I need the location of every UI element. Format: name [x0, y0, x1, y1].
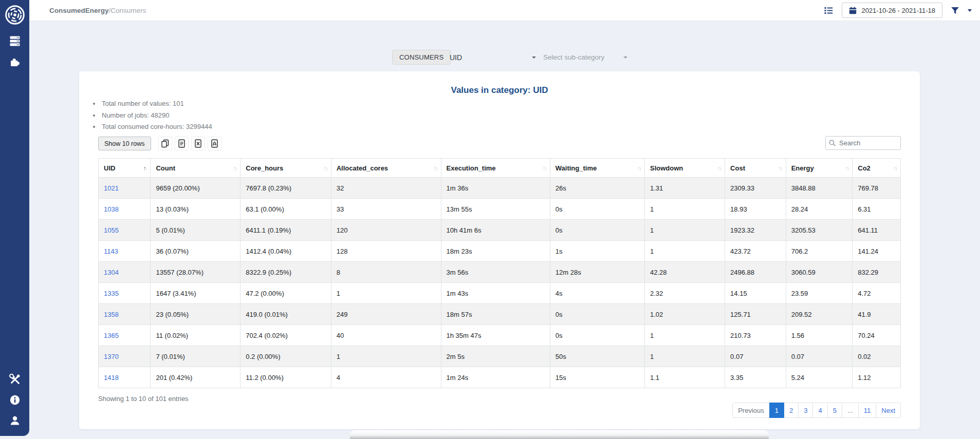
cell-cost: 18.93 — [725, 199, 786, 220]
cell-co2: 832.29 — [853, 262, 901, 283]
cell-allocated-cores: 249 — [331, 304, 441, 325]
list-icon[interactable] — [824, 6, 834, 15]
breadcrumb: ConsumedEnergy/Consumers — [49, 7, 146, 14]
chevron-down-icon[interactable] — [968, 9, 972, 12]
export-csv-button[interactable] — [175, 137, 189, 150]
column-header-energy[interactable]: Energy↑↓ — [786, 159, 853, 178]
copy-button[interactable] — [158, 137, 172, 150]
sidebar-item-servers[interactable] — [0, 31, 29, 51]
uid-link[interactable]: 1365 — [104, 332, 119, 339]
export-excel-button[interactable] — [191, 137, 205, 150]
uid-link[interactable]: 1370 — [104, 353, 119, 360]
uid-link[interactable]: 1021 — [104, 184, 119, 192]
uid-link[interactable]: 1055 — [104, 226, 119, 234]
cell-execution-time: 1h 35m 47s — [441, 325, 550, 346]
cell-uid: 1370 — [99, 346, 151, 367]
pagination-page-2[interactable]: 2 — [784, 403, 799, 418]
cell-cost: 423.72 — [725, 241, 786, 262]
column-header-cost[interactable]: Cost↑↓ — [725, 159, 786, 178]
pagination-page-5[interactable]: 5 — [827, 403, 842, 418]
cell-allocated-cores: 120 — [331, 220, 441, 241]
sidebar-item-user[interactable] — [0, 410, 29, 431]
chevron-down-icon — [623, 56, 627, 59]
cell-allocated-cores: 33 — [331, 199, 441, 220]
pagination: Previous 1 2 3 4 5 ... 11 Next — [732, 403, 901, 418]
sidebar-item-tools[interactable] — [0, 369, 29, 390]
breadcrumb-app[interactable]: ConsumedEnergy — [49, 7, 109, 14]
cell-waiting-time: 0s — [550, 325, 644, 346]
cell-allocated-cores: 1 — [331, 283, 441, 304]
date-range-picker[interactable]: 2021-10-26 - 2021-11-18 — [842, 3, 942, 18]
cell-waiting-time: 0s — [550, 220, 644, 241]
sort-icon: ↑↓ — [233, 165, 236, 171]
cell-allocated-cores: 8 — [331, 262, 441, 283]
cell-uid: 1358 — [99, 304, 151, 325]
entries-status: Showing 1 to 10 of 101 entries — [98, 395, 189, 403]
cell-slowdown: 1 — [644, 241, 725, 262]
cell-slowdown: 1.02 — [644, 304, 725, 325]
uid-link[interactable]: 1304 — [104, 269, 119, 276]
cell-co2: 0.02 — [853, 346, 901, 367]
cell-cost: 3.35 — [725, 367, 786, 388]
uid-link[interactable]: 1335 — [104, 290, 119, 297]
cell-slowdown: 1 — [644, 199, 725, 220]
table-row: 1335 1647 (3.41%) 47.2 (0.00%) 1 1m 43s … — [99, 283, 901, 304]
column-header-slowdown[interactable]: Slowdown↑↓ — [644, 159, 725, 178]
column-header-co2[interactable]: Co2↑↓ — [853, 159, 901, 178]
uid-link[interactable]: 1358 — [104, 311, 119, 318]
sidebar-item-plugins[interactable] — [0, 51, 29, 72]
table-row: 1021 9659 (20.00%) 7697.8 (0.23%) 32 1m … — [99, 178, 901, 199]
file-text-icon — [177, 139, 186, 148]
sort-icon: ↑↓ — [434, 165, 437, 171]
cell-core-hours: 7697.8 (0.23%) — [241, 178, 331, 199]
filter-icon[interactable] — [951, 6, 959, 15]
subcategory-select-placeholder: Select sub-category — [543, 53, 604, 61]
cell-allocated-cores: 128 — [331, 241, 441, 262]
cell-count: 13557 (28.07%) — [151, 262, 241, 283]
uid-link[interactable]: 1143 — [104, 247, 118, 255]
chevron-down-icon — [532, 56, 536, 59]
next-section-edge — [350, 430, 769, 439]
consumers-button[interactable]: CONSUMERS — [392, 50, 451, 65]
pagination-page-3[interactable]: 3 — [798, 403, 813, 418]
cell-cost: 210.73 — [725, 325, 786, 346]
export-pdf-button[interactable] — [208, 137, 221, 150]
column-header-core-hours[interactable]: Core_hours↑↓ — [241, 159, 331, 178]
column-label: Execution_time — [447, 164, 496, 172]
sort-icon: ↑↓ — [717, 165, 721, 171]
column-header-count[interactable]: Count↑↓ — [151, 159, 241, 178]
app-logo[interactable] — [0, 3, 29, 27]
cell-energy: 209.52 — [786, 304, 853, 325]
cell-co2: 769.78 — [853, 178, 901, 199]
cell-count: 36 (0.07%) — [151, 241, 241, 262]
column-header-execution-time[interactable]: Execution_time↑↓ — [441, 159, 550, 178]
uid-link[interactable]: 1418 — [104, 374, 119, 381]
pagination-previous[interactable]: Previous — [732, 403, 770, 418]
sidebar — [0, 0, 29, 436]
cell-execution-time: 18m 57s — [441, 304, 550, 325]
pagination-page-1[interactable]: 1 — [769, 403, 784, 418]
column-header-uid[interactable]: UID↑↓ — [99, 159, 151, 178]
pagination-ellipsis[interactable]: ... — [842, 403, 859, 418]
column-header-waiting-time[interactable]: Waiting_time↑↓ — [550, 159, 644, 178]
table-row: 1304 13557 (28.07%) 8322.9 (0.25%) 8 3m … — [99, 262, 901, 283]
sort-icon: ↑↓ — [324, 165, 327, 171]
cell-count: 5 (0.01%) — [151, 220, 241, 241]
table-row: 1143 36 (0.07%) 1412.4 (0.04%) 128 18m 2… — [99, 241, 901, 262]
sidebar-item-info[interactable] — [0, 390, 29, 410]
pagination-page-4[interactable]: 4 — [812, 403, 827, 418]
search-input[interactable] — [825, 136, 901, 150]
uid-link[interactable]: 1038 — [104, 205, 119, 213]
pagination-next[interactable]: Next — [876, 403, 901, 418]
category-select[interactable]: UID — [443, 50, 539, 65]
column-header-allocated-cores[interactable]: Allocated_cores↑↓ — [331, 159, 441, 178]
show-rows-button[interactable]: Show 10 rows — [98, 137, 151, 150]
summary-list: Total number of values: 101 Number of jo… — [101, 100, 212, 135]
sort-icon: ↑↓ — [143, 165, 146, 171]
values-card: Values in category: UID Total number of … — [79, 71, 920, 429]
cell-cost: 14.15 — [725, 283, 786, 304]
pagination-page-11[interactable]: 11 — [858, 403, 877, 418]
cell-allocated-cores: 4 — [331, 367, 441, 388]
subcategory-select[interactable]: Select sub-category — [543, 50, 631, 65]
cell-count: 7 (0.01%) — [151, 346, 241, 367]
